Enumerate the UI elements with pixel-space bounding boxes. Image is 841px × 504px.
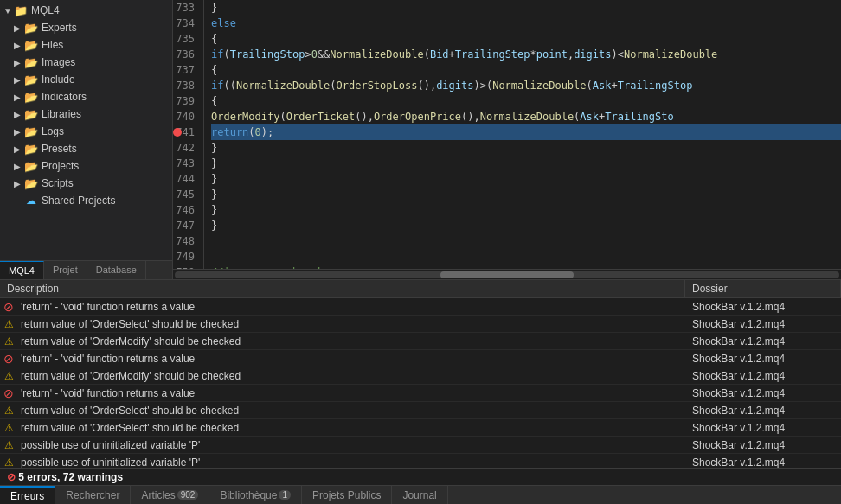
sidebar-item-libraries[interactable]: ▶ 📂 Libraries — [0, 105, 172, 123]
tab-projet[interactable]: Projet — [44, 261, 87, 279]
sidebar-item-include[interactable]: ▶ 📂 Include — [0, 71, 172, 88]
line-numbers: 733 734 735 736 737 738 739 740 741 742 … — [173, 0, 204, 269]
code-content[interactable]: } else { if(TrailingStop>0&&NormalizeDou… — [204, 0, 841, 269]
articles-badge: 902 — [177, 490, 199, 500]
sidebar-label-shared-projects: Shared Projects — [42, 195, 115, 207]
code-line-741: return(0); — [211, 124, 841, 140]
table-row[interactable]: ⚠ return value of 'OrderModify' should b… — [0, 367, 841, 385]
table-row[interactable]: ⊘ 'return' - 'void' function returns a v… — [0, 350, 841, 367]
error-dossier: ShockBar v.1.2.mq4 — [685, 353, 841, 365]
tab-bibliotheque-label: Bibliothèque — [220, 489, 277, 501]
line-num-733: 733 — [173, 0, 198, 16]
code-line-739: { — [211, 93, 841, 109]
tab-bibliotheque[interactable]: Bibliothèque1 — [209, 486, 302, 504]
bibliotheque-badge: 1 — [279, 490, 291, 500]
sidebar-item-scripts[interactable]: ▶ 📂 Scripts — [0, 175, 172, 192]
error-icon-cell: ⊘ — [0, 352, 17, 366]
horizontal-scrollbar[interactable] — [173, 269, 841, 279]
folder-icon: 📂 — [24, 73, 38, 86]
sidebar-label-projects: Projects — [42, 160, 79, 172]
sidebar-item-experts[interactable]: ▶ 📂 Experts — [0, 19, 172, 36]
table-row[interactable]: ⚠ return value of 'OrderSelect' should b… — [0, 419, 841, 437]
sidebar-label-mql4: MQL4 — [31, 4, 60, 16]
tab-articles-label: Articles — [141, 489, 175, 501]
tab-rechercher[interactable]: Rechercher — [55, 486, 131, 504]
folder-icon: 📂 — [24, 38, 38, 52]
table-row[interactable]: ⚠ possible use of uninitialized variable… — [0, 454, 841, 468]
errors-table-header: Description Dossier — [0, 280, 841, 298]
error-dossier: ShockBar v.1.2.mq4 — [685, 439, 841, 451]
line-num-740: 740 — [173, 109, 198, 124]
expand-arrow: ▶ — [14, 179, 24, 188]
tab-database[interactable]: Database — [87, 261, 146, 279]
error-icon: ⊘ — [3, 300, 14, 314]
line-num-746: 746 — [173, 202, 198, 218]
tab-projets-publics[interactable]: Projets Publics — [302, 486, 392, 504]
error-dossier: ShockBar v.1.2.mq4 — [685, 405, 841, 417]
table-row[interactable]: ⚠ possible use of uninitialized variable… — [0, 437, 841, 454]
tab-journal[interactable]: Journal — [392, 486, 447, 504]
error-dossier: ShockBar v.1.2.mq4 — [685, 301, 841, 313]
table-row[interactable]: ⚠ return value of 'OrderSelect' should b… — [0, 316, 841, 333]
table-row[interactable]: ⚠ return value of 'OrderSelect' should b… — [0, 402, 841, 419]
sidebar-item-indicators[interactable]: ▶ 📂 Indicators — [0, 88, 172, 105]
line-num-739: 739 — [173, 93, 198, 109]
header-description: Description — [0, 280, 685, 297]
code-line-740: OrderModify(OrderTicket(),OrderOpenPrice… — [211, 109, 841, 124]
folder-icon: 📂 — [24, 124, 38, 138]
table-row[interactable]: ⊘ 'return' - 'void' function returns a v… — [0, 385, 841, 402]
tab-erreurs[interactable]: Erreurs — [0, 486, 55, 504]
sidebar-label-presets: Presets — [42, 143, 77, 155]
line-num-737: 737 — [173, 62, 198, 78]
sidebar-label-logs: Logs — [42, 125, 64, 137]
sidebar-item-presets[interactable]: ▶ 📂 Presets — [0, 140, 172, 157]
line-num-747: 747 — [173, 218, 198, 233]
expand-arrow: ▶ — [14, 41, 24, 50]
sidebar-item-shared-projects[interactable]: ☁ Shared Projects — [0, 192, 172, 209]
folder-icon: 📂 — [24, 90, 38, 104]
code-area[interactable]: 733 734 735 736 737 738 739 740 741 742 … — [173, 0, 841, 269]
sidebar: ▼ 📁 MQL4 ▶ 📂 Experts ▶ 📂 Files ▶ 📂 Imag — [0, 0, 173, 279]
line-num-748: 748 — [173, 233, 198, 249]
status-bar: ⊘ 5 errors, 72 warnings — [0, 468, 841, 485]
error-description: 'return' - 'void' function returns a val… — [17, 387, 685, 399]
line-num-745: 745 — [173, 187, 198, 202]
error-dossier: ShockBar v.1.2.mq4 — [685, 387, 841, 399]
code-line-750: //|----------break even — [211, 265, 841, 269]
error-description: 'return' - 'void' function returns a val… — [17, 353, 685, 365]
tab-articles[interactable]: Articles902 — [131, 486, 209, 504]
table-row[interactable]: ⚠ return value of 'OrderModify' should b… — [0, 333, 841, 350]
expand-arrow: ▶ — [14, 127, 24, 137]
cloud-icon: ☁ — [24, 194, 38, 207]
error-dossier: ShockBar v.1.2.mq4 — [685, 370, 841, 382]
tab-mql4[interactable]: MQL4 — [0, 261, 44, 279]
warning-icon: ⚠ — [4, 335, 14, 348]
warning-icon: ⚠ — [4, 439, 14, 451]
sidebar-item-files[interactable]: ▶ 📂 Files — [0, 36, 172, 54]
code-line-748 — [211, 233, 841, 249]
line-num-736: 736 — [173, 47, 198, 62]
expand-arrow: ▶ — [14, 144, 24, 154]
expand-arrow: ▶ — [14, 93, 24, 102]
warning-icon: ⚠ — [4, 405, 14, 417]
sidebar-item-images[interactable]: ▶ 📂 Images — [0, 54, 172, 71]
expand-arrow: ▶ — [14, 58, 24, 67]
warning-icon: ⚠ — [4, 456, 14, 469]
error-dossier: ShockBar v.1.2.mq4 — [685, 335, 841, 348]
sidebar-label-libraries: Libraries — [42, 108, 81, 120]
sidebar-item-mql4[interactable]: ▼ 📁 MQL4 — [0, 2, 172, 19]
scrollbar-track[interactable] — [175, 271, 839, 278]
folder-icon: 📂 — [24, 21, 38, 35]
sidebar-item-logs[interactable]: ▶ 📂 Logs — [0, 123, 172, 140]
error-dossier: ShockBar v.1.2.mq4 — [685, 422, 841, 434]
code-line-737: { — [211, 62, 841, 78]
sidebar-item-projects[interactable]: ▶ 📂 Projects — [0, 157, 172, 175]
scrollbar-thumb[interactable] — [440, 271, 574, 278]
expand-arrow: ▶ — [14, 162, 24, 171]
table-row[interactable]: ⊘ 'return' - 'void' function returns a v… — [0, 298, 841, 316]
code-line-744: } — [211, 171, 841, 187]
expand-arrow: ▼ — [3, 6, 14, 16]
code-line-749 — [211, 249, 841, 265]
line-num-735: 735 — [173, 31, 198, 47]
error-description: 'return' - 'void' function returns a val… — [17, 301, 685, 313]
